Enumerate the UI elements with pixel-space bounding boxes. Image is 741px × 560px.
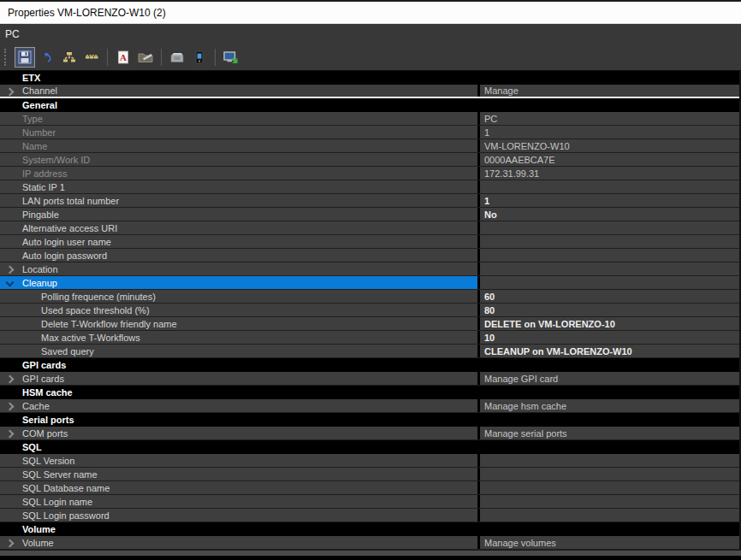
property-label-cell[interactable]: COM ports xyxy=(0,427,477,439)
property-value-cell[interactable]: 1 xyxy=(480,194,739,207)
property-row-sql-login-password[interactable]: SQL Login password xyxy=(0,509,739,522)
category-row-hsm-cache[interactable]: HSM cache xyxy=(0,386,739,399)
save-button[interactable] xyxy=(15,47,35,68)
property-value-cell[interactable] xyxy=(480,249,739,262)
property-value-cell[interactable] xyxy=(480,235,739,248)
category-row-etx[interactable]: ETX xyxy=(0,71,739,85)
property-label-cell[interactable]: Volume xyxy=(0,536,477,549)
property-value-cell[interactable] xyxy=(480,454,739,467)
property-label-cell[interactable]: Saved query xyxy=(0,345,477,357)
property-row-sql-database-name[interactable]: SQL Database name xyxy=(0,481,739,495)
property-value-cell[interactable] xyxy=(480,495,739,508)
property-value-cell[interactable]: Manage hsm cache xyxy=(480,399,739,412)
mobile-device-button[interactable] xyxy=(189,47,210,68)
property-value-cell[interactable]: VM-LORENZO-W10 xyxy=(480,139,739,152)
property-value-cell[interactable] xyxy=(480,262,739,275)
property-label-cell[interactable]: Delete T-Workflow friendly name xyxy=(0,317,477,330)
property-label-cell[interactable]: Channel xyxy=(0,85,477,97)
property-row-sql-version[interactable]: SQL Version xyxy=(0,454,739,468)
property-value-cell[interactable]: No xyxy=(480,208,739,221)
property-value-cell[interactable]: 172.31.99.31 xyxy=(480,167,739,180)
category-row-volume[interactable]: Volume xyxy=(0,522,739,536)
package-button[interactable] xyxy=(167,47,187,68)
property-row-alternative-access-uri[interactable]: Alternative access URI xyxy=(0,221,739,235)
property-value-cell[interactable]: Manage volumes xyxy=(480,536,739,549)
remote-desktop-button[interactable] xyxy=(221,47,241,68)
property-value-cell[interactable]: PC xyxy=(480,112,739,125)
property-label-cell[interactable]: Static IP 1 xyxy=(0,180,477,193)
property-row-delete-t-workflow-friendly-name[interactable]: Delete T-Workflow friendly nameDELETE on… xyxy=(0,317,739,331)
property-value-cell[interactable]: DELETE on VM-LORENZO-10 xyxy=(480,317,739,330)
property-label-cell[interactable]: Number xyxy=(0,126,477,139)
property-value-cell[interactable]: Manage serial ports xyxy=(480,427,739,439)
property-row-channel[interactable]: ChannelManage xyxy=(0,85,739,98)
property-row-auto-login-password[interactable]: Auto login password xyxy=(0,249,739,262)
property-row-used-space-threshold[interactable]: Used space threshold (%)80 xyxy=(0,304,739,317)
property-value-cell[interactable] xyxy=(480,481,739,494)
property-label-cell[interactable]: Name xyxy=(0,139,477,152)
property-row-lan-ports-total-number[interactable]: LAN ports total number1 xyxy=(0,194,739,208)
property-row-volume[interactable]: VolumeManage volumes xyxy=(0,536,739,550)
property-label-cell[interactable]: SQL Database name xyxy=(0,481,477,494)
edit-folder-button[interactable] xyxy=(135,47,156,68)
property-label-cell[interactable]: Cleanup xyxy=(0,276,477,289)
property-label-cell[interactable]: SQL Server name xyxy=(0,468,477,480)
property-label-cell[interactable]: Used space threshold (%) xyxy=(0,304,477,316)
property-value-cell[interactable] xyxy=(480,180,739,193)
category-row-gpi-cards[interactable]: GPI cards xyxy=(0,358,739,372)
toolbar-grip[interactable] xyxy=(4,49,9,66)
property-value-cell[interactable] xyxy=(480,509,739,522)
property-label-cell[interactable]: Alternative access URI xyxy=(0,221,477,234)
property-value-cell[interactable]: 1 xyxy=(480,126,739,139)
property-label-cell[interactable]: SQL Login password xyxy=(0,509,477,522)
property-row-com-ports[interactable]: COM portsManage serial ports xyxy=(0,427,739,440)
property-value-cell[interactable]: Manage xyxy=(480,85,739,97)
property-row-gpi-cards[interactable]: GPI cardsManage GPI card xyxy=(0,372,739,386)
property-row-name[interactable]: NameVM-LORENZO-W10 xyxy=(0,139,739,153)
property-label-cell[interactable]: SQL Version xyxy=(0,454,477,467)
property-label-cell[interactable]: Polling frequence (minutes) xyxy=(0,290,477,303)
property-value-cell[interactable]: 10 xyxy=(480,331,739,344)
property-label-cell[interactable]: Location xyxy=(0,262,477,275)
property-row-polling-frequence-minutes[interactable]: Polling frequence (minutes)60 xyxy=(0,290,739,304)
property-label-cell[interactable]: Max active T-Workflows xyxy=(0,331,477,344)
property-row-pingable[interactable]: PingableNo xyxy=(0,208,739,221)
property-row-cache[interactable]: CacheManage hsm cache xyxy=(0,399,739,413)
property-row-system-work-id[interactable]: System/Work ID0000AAEBCA7E xyxy=(0,153,739,167)
property-row-cleanup[interactable]: Cleanup xyxy=(0,276,739,290)
property-label-cell[interactable]: IP address xyxy=(0,167,477,180)
property-row-sql-login-name[interactable]: SQL Login name xyxy=(0,495,739,509)
property-label-cell[interactable]: Auto login user name xyxy=(0,235,477,248)
property-value-cell[interactable] xyxy=(480,276,739,289)
property-label-cell[interactable]: SQL Login name xyxy=(0,495,477,508)
property-row-saved-query[interactable]: Saved queryCLEANUP on VM-LORENZO-W10 xyxy=(0,345,739,358)
property-value-cell[interactable]: CLEANUP on VM-LORENZO-W10 xyxy=(480,345,739,357)
category-row-serial-ports[interactable]: Serial ports xyxy=(0,413,739,427)
property-label-cell[interactable]: Cache xyxy=(0,399,477,412)
category-row-general[interactable]: General xyxy=(0,98,739,112)
property-value-cell[interactable] xyxy=(480,221,739,234)
property-label-cell[interactable]: GPI cards xyxy=(0,372,477,385)
property-label-cell[interactable]: System/Work ID xyxy=(0,153,477,166)
property-label-cell[interactable]: Auto login password xyxy=(0,249,477,262)
property-label-cell[interactable]: Pingable xyxy=(0,208,477,221)
expand-tree-button[interactable] xyxy=(59,47,80,68)
property-value-cell[interactable]: 0000AAEBCA7E xyxy=(480,153,739,166)
property-row-auto-login-user-name[interactable]: Auto login user name xyxy=(0,235,739,249)
property-row-location[interactable]: Location xyxy=(0,262,739,276)
property-row-ip-address[interactable]: IP address172.31.99.31 xyxy=(0,167,739,180)
property-value-cell[interactable]: 60 xyxy=(480,290,739,303)
font-button[interactable]: A xyxy=(113,47,133,68)
property-label-cell[interactable]: Type xyxy=(0,112,477,125)
property-value-cell[interactable] xyxy=(480,468,739,480)
property-row-max-active-t-workflows[interactable]: Max active T-Workflows10 xyxy=(0,331,739,345)
property-row-type[interactable]: TypePC xyxy=(0,112,739,126)
property-value-cell[interactable]: 80 xyxy=(480,304,739,316)
collapse-tree-button[interactable] xyxy=(81,47,102,68)
property-row-static-ip-1[interactable]: Static IP 1 xyxy=(0,180,739,194)
property-row-number[interactable]: Number1 xyxy=(0,126,739,139)
property-label-cell[interactable]: LAN ports total number xyxy=(0,194,477,207)
undo-button[interactable] xyxy=(37,47,57,68)
category-row-sql[interactable]: SQL xyxy=(0,440,739,454)
property-row-sql-server-name[interactable]: SQL Server name xyxy=(0,468,739,481)
